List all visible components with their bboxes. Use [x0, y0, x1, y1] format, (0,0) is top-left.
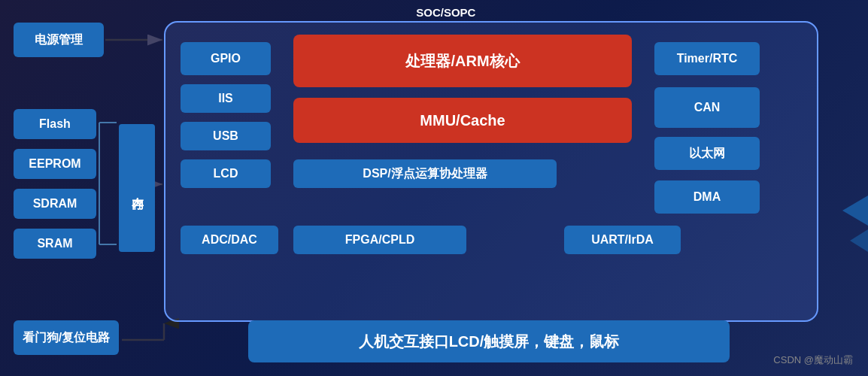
memory-label: 内存 [119, 124, 155, 252]
usb-box: USB [181, 122, 271, 150]
uart-box: UART/IrDA [564, 226, 681, 254]
fpga-box: FPGA/CPLD [293, 226, 466, 254]
power-box: 电源管理 [14, 23, 104, 57]
timer-rtc-box: Timer/RTC [654, 42, 760, 75]
svg-marker-11 [842, 196, 868, 226]
gpio-box: GPIO [181, 42, 271, 75]
mmu-box: MMU/Cache [293, 98, 632, 143]
sram-box: SRAM [14, 229, 96, 259]
ethernet-box: 以太网 [654, 137, 760, 170]
can-box: CAN [654, 87, 760, 128]
iis-box: IIS [181, 84, 271, 113]
adc-dac-box: ADC/DAC [181, 226, 278, 254]
dma-box: DMA [654, 180, 760, 214]
flash-box: Flash [14, 109, 96, 139]
hmi-box: 人机交互接口LCD/触摸屏，键盘，鼠标 [248, 320, 730, 362]
processor-box: 处理器/ARM核心 [293, 35, 632, 87]
sdram-box: SDRAM [14, 189, 96, 219]
watchdog-box: 看门狗/复位电路 [14, 320, 119, 355]
diagram-container: SOC/SOPC 电源管理 Flash EEPROM SDRAM SRAM 内存… [0, 0, 868, 376]
soc-sopc-label: SOC/SOPC [416, 6, 475, 19]
dsp-box: DSP/浮点运算协处理器 [293, 159, 557, 188]
svg-marker-12 [850, 229, 868, 252]
lcd-box: LCD [181, 159, 271, 188]
eeprom-box: EEPROM [14, 149, 96, 179]
watermark: CSDN @魔动山霸 [773, 353, 853, 367]
